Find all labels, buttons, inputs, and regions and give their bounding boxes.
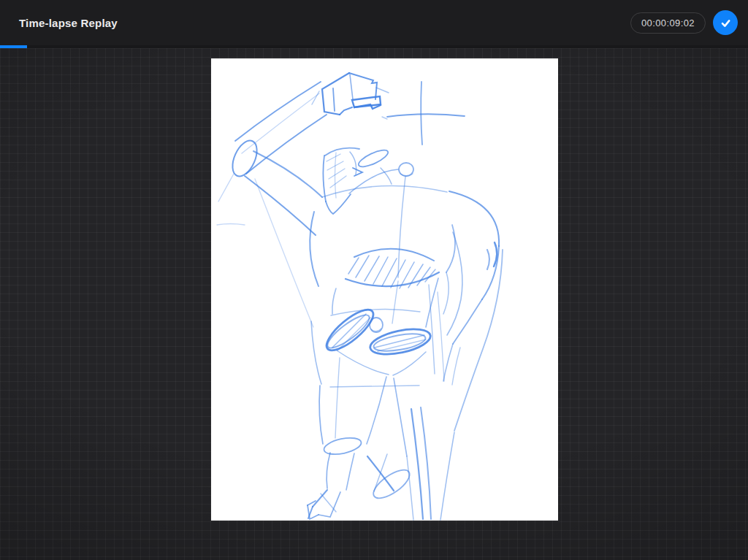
sketch-drawing [211, 58, 558, 521]
sketch-stroke [331, 309, 420, 315]
sketch-stroke [454, 250, 503, 431]
sketch-stroke [329, 169, 345, 179]
sketch-stroke [228, 137, 262, 180]
replay-progress-fill [0, 45, 27, 48]
sketch-stroke [335, 153, 337, 198]
sketch-stroke [393, 352, 426, 375]
page-title: Time-lapse Replay [19, 17, 118, 29]
sketch-stroke [353, 168, 362, 176]
sketch-stroke [446, 225, 455, 272]
artwork-canvas[interactable] [211, 58, 558, 521]
sketch-stroke [487, 250, 489, 269]
sketch-stroke [350, 152, 356, 174]
sketch-stroke [394, 378, 407, 456]
sketch-stroke [333, 88, 335, 111]
header: Time-lapse Replay 00:00:09:02 [0, 0, 748, 45]
sketch-stroke [245, 176, 316, 235]
sketch-stroke [322, 435, 362, 457]
sketch-stroke [374, 454, 387, 491]
sketch-stroke [350, 74, 353, 99]
header-actions: 00:00:09:02 [630, 10, 739, 35]
timecode-display: 00:00:09:02 [630, 12, 706, 34]
sketch-stroke [321, 494, 336, 512]
sketch-stroke [327, 154, 340, 161]
sketch-stroke [255, 179, 313, 327]
sketch-stroke [349, 73, 377, 99]
sketch-stroke [323, 156, 326, 202]
sketch-stroke [346, 453, 354, 490]
replay-stage [0, 48, 748, 560]
sketch-stroke [356, 147, 390, 169]
sketch-stroke [310, 212, 318, 286]
sketch-stroke [340, 107, 352, 115]
sketch-stroke [443, 272, 449, 314]
sketch-stroke [327, 453, 330, 488]
sketch-stroke [330, 386, 419, 387]
sketch-stroke [421, 82, 422, 145]
sketch-stroke [319, 386, 323, 444]
sketch-stroke [369, 465, 413, 504]
sketch-stroke [438, 292, 444, 381]
sketch-stroke [449, 191, 499, 246]
sketch-stroke [330, 176, 346, 188]
timecode-value: 00:00:09:02 [641, 18, 695, 28]
sketch-stroke [376, 88, 389, 93]
sketch-stroke [453, 299, 482, 344]
sketch-stroke [325, 148, 359, 156]
sketch-stroke [452, 348, 460, 385]
sketch-stroke [311, 321, 321, 384]
sketch-stroke [382, 117, 387, 119]
sketch-stroke [387, 114, 465, 117]
sketch-stroke [443, 344, 453, 381]
sketch-stroke [407, 456, 413, 520]
sketch-stroke [440, 432, 454, 520]
checkmark-icon [719, 16, 733, 30]
sketch-stroke [426, 278, 438, 327]
sketch-stroke [392, 281, 398, 323]
sketch-stroke [326, 194, 351, 214]
sketch-stroke [335, 358, 340, 438]
sketch-stroke [332, 288, 336, 314]
sketch-stroke [217, 224, 245, 226]
sketch-stroke [411, 409, 423, 519]
sketch-stroke [354, 249, 434, 261]
sketch-stroke [322, 73, 349, 115]
sketch-stroke [235, 82, 321, 141]
timelapse-replay-screen: Time-lapse Replay 00:00:09:02 [0, 0, 748, 560]
sketch-stroke [218, 174, 234, 202]
sketch-stroke [322, 185, 447, 197]
sketch-stroke [429, 285, 435, 374]
replay-progress-bar[interactable] [0, 45, 748, 48]
done-button[interactable] [713, 10, 738, 35]
sketch-stroke [348, 258, 359, 274]
sketch-stroke [242, 93, 319, 153]
